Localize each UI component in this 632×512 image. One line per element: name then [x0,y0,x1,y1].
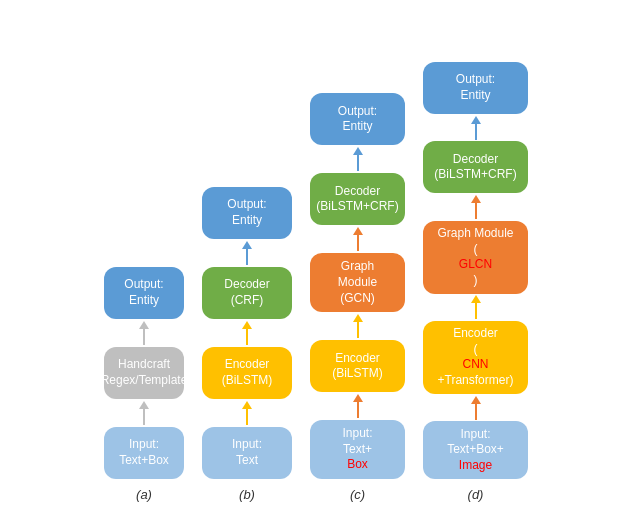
box-c-decoder: Decoder(BiLSTM+CRF) [310,173,405,225]
col-label-b: (b) [239,487,255,502]
arrow-line-a-2 [143,409,145,425]
arrow-head-c-3 [353,314,363,322]
arrow-a-1 [139,319,149,347]
col-label-d: (d) [468,487,484,502]
arrow-head-a-1 [139,321,149,329]
box-d-decoder: Decoder(BiLSTM+CRF) [423,141,528,193]
box-b-output: Output:Entity [202,187,292,239]
diagram: Output:Entity Handcraft(Regex/Template) … [0,0,632,512]
arrow-b-3 [242,399,252,427]
box-c-input: Input:Text+Box [310,420,405,479]
arrow-line-d-2 [475,203,477,219]
arrow-line-c-3 [357,322,359,338]
col-label-c: (c) [350,487,365,502]
arrow-line-c-1 [357,155,359,171]
box-c-encoder: Encoder(BiLSTM) [310,340,405,392]
box-d-encoder: Encoder(CNN+Transformer) [423,321,528,394]
arrow-c-3 [353,312,363,340]
arrow-a-2 [139,399,149,427]
arrow-b-2 [242,319,252,347]
box-b-encoder: Encoder(BiLSTM) [202,347,292,399]
column-b: Output:Entity Decoder(CRF) Encoder(BiLST… [202,62,292,502]
arrow-head-d-4 [471,396,481,404]
arrow-head-b-3 [242,401,252,409]
arrow-c-1 [353,145,363,173]
arrow-head-c-1 [353,147,363,155]
box-a-output: Output:Entity [104,267,184,319]
arrow-head-c-2 [353,227,363,235]
arrow-line-d-1 [475,124,477,140]
box-b-input: Input:Text [202,427,292,479]
arrow-head-b-2 [242,321,252,329]
arrow-c-4 [353,392,363,420]
box-d-output: Output:Entity [423,62,528,114]
column-d: Output:Entity Decoder(BiLSTM+CRF) Graph … [423,62,528,502]
box-d-input: Input:Text+Box+Image [423,421,528,479]
box-a-handcraft: Handcraft(Regex/Template) [104,347,184,399]
col-label-a: (a) [136,487,152,502]
arrow-head-d-2 [471,195,481,203]
arrow-head-c-4 [353,394,363,402]
box-d-graph: Graph Module(GLCN) [423,221,528,294]
box-c-output: Output:Entity [310,93,405,145]
arrow-d-4 [471,394,481,421]
highlight-glcn: GLCN [459,257,492,273]
arrow-line-c-2 [357,235,359,251]
arrow-c-2 [353,225,363,253]
arrow-b-1 [242,239,252,267]
arrow-head-b-1 [242,241,252,249]
box-b-decoder: Decoder(CRF) [202,267,292,319]
highlight-image: Image [459,458,492,474]
arrow-d-2 [471,193,481,220]
arrow-line-b-2 [246,329,248,345]
column-c: Output:Entity Decoder(BiLSTM+CRF) Graph … [310,62,405,502]
arrow-head-a-2 [139,401,149,409]
arrow-d-3 [471,294,481,321]
column-a: Output:Entity Handcraft(Regex/Template) … [104,62,184,502]
box-a-input: Input:Text+Box [104,427,184,479]
arrow-head-d-1 [471,116,481,124]
arrow-line-b-3 [246,409,248,425]
arrow-line-a-1 [143,329,145,345]
arrow-line-d-4 [475,404,477,420]
highlight-cnn: CNN [463,357,489,373]
arrow-line-d-3 [475,303,477,319]
arrow-line-b-1 [246,249,248,265]
highlight-box: Box [347,457,368,473]
arrow-line-c-4 [357,402,359,418]
arrow-d-1 [471,114,481,141]
box-c-graph: Graph Module(GCN) [310,253,405,312]
arrow-head-d-3 [471,295,481,303]
